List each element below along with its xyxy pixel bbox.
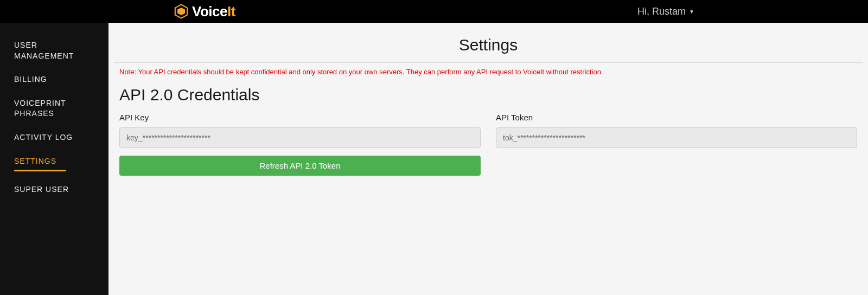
credentials-warning-note: Note: Your API credentials should be kep… (114, 62, 863, 76)
sidebar-item-user-management[interactable]: USER MANAGEMENT (0, 34, 108, 68)
main-content: Settings Note: Your API credentials shou… (108, 23, 868, 295)
section-title-credentials: API 2.0 Credentials (114, 76, 863, 113)
sidebar-item-settings[interactable]: SETTINGS (0, 150, 108, 178)
api-key-column: API Key Refresh API 2.0 Token (119, 113, 481, 176)
sidebar-item-label: SUPER USER (14, 185, 69, 194)
credentials-row: API Key Refresh API 2.0 Token API Token (114, 113, 863, 176)
sidebar-item-label: BILLING (14, 75, 47, 84)
api-key-input[interactable] (119, 127, 481, 148)
user-menu[interactable]: Hi, Rustam ▼ (637, 6, 694, 17)
refresh-token-button[interactable]: Refresh API 2.0 Token (119, 156, 481, 176)
chevron-down-icon: ▼ (689, 9, 694, 15)
sidebar-item-activity-log[interactable]: ACTIVITY LOG (0, 126, 108, 150)
api-token-input[interactable] (496, 127, 857, 148)
sidebar-item-super-user[interactable]: SUPER USER (0, 178, 108, 202)
sidebar-item-billing[interactable]: BILLING (0, 68, 108, 92)
api-token-label: API Token (496, 113, 857, 122)
sidebar: USER MANAGEMENT BILLING VOICEPRINT PHRAS… (0, 23, 108, 295)
svg-marker-1 (177, 8, 185, 15)
brand-logo[interactable]: VoiceIt (174, 3, 235, 20)
topbar: VoiceIt Hi, Rustam ▼ (0, 0, 868, 23)
sidebar-item-voiceprint-phrases[interactable]: VOICEPRINT PHRASES (0, 92, 108, 126)
api-token-column: API Token (496, 113, 857, 176)
sidebar-item-label: USER MANAGEMENT (14, 41, 74, 60)
brand-logo-icon (174, 4, 189, 19)
page-title: Settings (114, 36, 863, 62)
sidebar-item-label: ACTIVITY LOG (14, 133, 73, 142)
sidebar-item-label: VOICEPRINT PHRASES (14, 99, 66, 118)
user-greeting: Hi, Rustam (637, 6, 686, 17)
brand-logo-text: VoiceIt (192, 3, 235, 20)
sidebar-item-label: SETTINGS (14, 157, 56, 165)
api-key-label: API Key (119, 113, 481, 122)
